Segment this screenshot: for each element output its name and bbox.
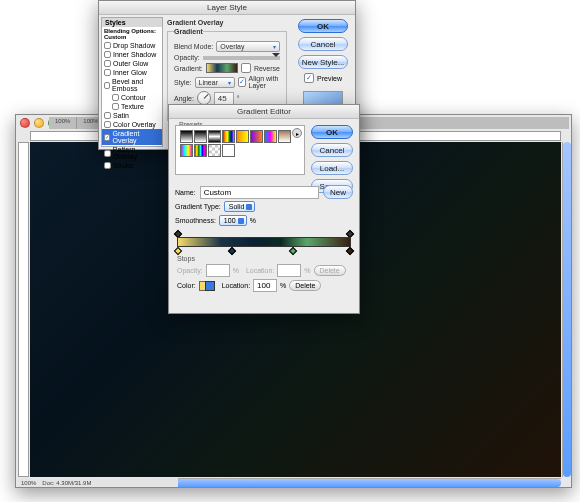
preset-swatch[interactable]	[194, 144, 207, 157]
stop-location-label: Location:	[246, 267, 274, 274]
effect-row[interactable]: Texture	[102, 102, 162, 111]
dialog-title[interactable]: Layer Style	[99, 1, 355, 15]
vertical-scrollbar[interactable]	[562, 142, 571, 477]
effect-checkbox[interactable]	[104, 82, 110, 89]
effect-label: Gradient Overlay	[112, 130, 160, 144]
blending-options-row[interactable]: Blending Options: Custom	[102, 27, 162, 41]
preset-swatch[interactable]	[208, 130, 221, 143]
preview-checkbox[interactable]: ✓	[304, 73, 314, 83]
angle-dial[interactable]	[197, 91, 211, 105]
panel-heading: Gradient Overlay	[167, 19, 287, 26]
blend-mode-label: Blend Mode:	[174, 43, 213, 50]
effect-row[interactable]: ✓Gradient Overlay	[102, 129, 162, 145]
style-select[interactable]: Linear▾	[195, 77, 235, 88]
effect-row[interactable]: Satin	[102, 111, 162, 120]
delete-color-stop-button[interactable]: Delete	[289, 280, 321, 291]
new-style-button[interactable]: New Style...	[298, 55, 348, 69]
cancel-button[interactable]: Cancel	[311, 143, 353, 157]
color-stop[interactable]	[289, 247, 297, 255]
effect-label: Texture	[121, 103, 144, 110]
vertical-ruler[interactable]	[18, 142, 29, 477]
gradient-type-label: Gradient Type:	[175, 203, 221, 210]
effect-checkbox[interactable]	[112, 94, 119, 101]
effect-checkbox[interactable]	[104, 42, 111, 49]
stop-opacity-field	[206, 264, 230, 277]
preset-swatch[interactable]	[194, 130, 207, 143]
presets-menu-icon[interactable]: ▸	[292, 128, 302, 138]
dialog-title[interactable]: Gradient Editor	[169, 105, 359, 119]
ok-button[interactable]: OK	[311, 125, 353, 139]
effect-label: Bevel and Emboss	[112, 78, 160, 92]
effect-row[interactable]: Bevel and Emboss	[102, 77, 162, 93]
effect-checkbox[interactable]	[104, 162, 111, 169]
gradient-editor-dialog: Gradient Editor Presets ▸ OK Cancel Load…	[168, 104, 360, 314]
opacity-label: Opacity:	[174, 54, 200, 61]
preset-swatch[interactable]	[222, 130, 235, 143]
color-stop[interactable]	[346, 247, 354, 255]
gradient-swatch[interactable]	[206, 63, 238, 73]
effect-checkbox[interactable]	[104, 112, 111, 119]
angle-field[interactable]: 45	[214, 92, 234, 105]
effect-row[interactable]: Contour	[102, 93, 162, 102]
blend-mode-select[interactable]: Overlay▾	[216, 41, 280, 52]
effect-checkbox[interactable]	[104, 121, 111, 128]
preset-swatch[interactable]	[208, 144, 221, 157]
close-window-icon[interactable]	[20, 118, 30, 128]
preset-swatch[interactable]	[264, 130, 277, 143]
color-stop[interactable]	[228, 247, 236, 255]
stop-location-field	[277, 264, 301, 277]
effect-row[interactable]: Drop Shadow	[102, 41, 162, 50]
preset-swatch[interactable]	[222, 144, 235, 157]
preset-swatch[interactable]	[250, 130, 263, 143]
effect-checkbox[interactable]	[104, 51, 111, 58]
stop-location-field[interactable]: 100	[253, 279, 277, 292]
effect-row[interactable]: Stroke	[102, 161, 162, 170]
preset-swatch[interactable]	[236, 130, 249, 143]
effect-row[interactable]: Color Overlay	[102, 120, 162, 129]
stop-color-swatch[interactable]	[199, 281, 215, 291]
effect-label: Inner Glow	[113, 69, 147, 76]
preset-swatch[interactable]	[180, 144, 193, 157]
name-field[interactable]: Custom	[200, 186, 319, 199]
effect-checkbox[interactable]	[104, 69, 111, 76]
percent-icon: %	[233, 267, 239, 274]
effects-list: Styles Blending Options: Custom Drop Sha…	[101, 17, 163, 147]
effect-checkbox[interactable]	[104, 60, 111, 67]
effect-row[interactable]: Pattern Overlay	[102, 145, 162, 161]
reverse-checkbox[interactable]	[241, 63, 251, 73]
smoothness-field[interactable]: 100	[219, 215, 247, 226]
effect-label: Pattern Overlay	[113, 146, 160, 160]
preset-swatch[interactable]	[278, 130, 291, 143]
doc-size: Doc: 4.30M/31.9M	[42, 480, 91, 486]
load-button[interactable]: Load...	[311, 161, 353, 175]
percent-icon: %	[280, 282, 286, 289]
color-stop[interactable]	[174, 247, 182, 255]
new-button[interactable]: New	[323, 185, 353, 199]
align-label: Align with Layer	[249, 75, 280, 89]
name-label: Name:	[175, 189, 196, 196]
degree-icon: °	[237, 95, 240, 102]
dialog-buttons: OK Cancel Load... Save...	[311, 125, 355, 193]
smoothness-label: Smoothness:	[175, 217, 216, 224]
document-tab[interactable]: 100%	[49, 117, 77, 129]
effect-checkbox[interactable]	[104, 150, 111, 157]
effect-row[interactable]: Inner Glow	[102, 68, 162, 77]
effect-row[interactable]: Inner Shadow	[102, 50, 162, 59]
delete-opacity-stop-button: Delete	[314, 265, 346, 276]
stop-location-label: Location:	[222, 282, 250, 289]
opacity-slider[interactable]	[203, 56, 280, 60]
cancel-button[interactable]: Cancel	[298, 37, 348, 51]
effect-checkbox[interactable]	[112, 103, 119, 110]
preset-swatch[interactable]	[180, 130, 193, 143]
effect-checkbox[interactable]: ✓	[104, 134, 110, 141]
gradient-ramp[interactable]	[177, 233, 351, 251]
align-checkbox[interactable]: ✓	[238, 77, 246, 87]
styles-header[interactable]: Styles	[102, 18, 162, 27]
ok-button[interactable]: OK	[298, 19, 348, 33]
zoom-level[interactable]: 100%	[21, 480, 36, 486]
minimize-window-icon[interactable]	[34, 118, 44, 128]
effect-row[interactable]: Outer Glow	[102, 59, 162, 68]
gradient-type-select[interactable]: Solid	[224, 201, 256, 212]
effect-label: Inner Shadow	[113, 51, 156, 58]
style-label: Style:	[174, 79, 192, 86]
